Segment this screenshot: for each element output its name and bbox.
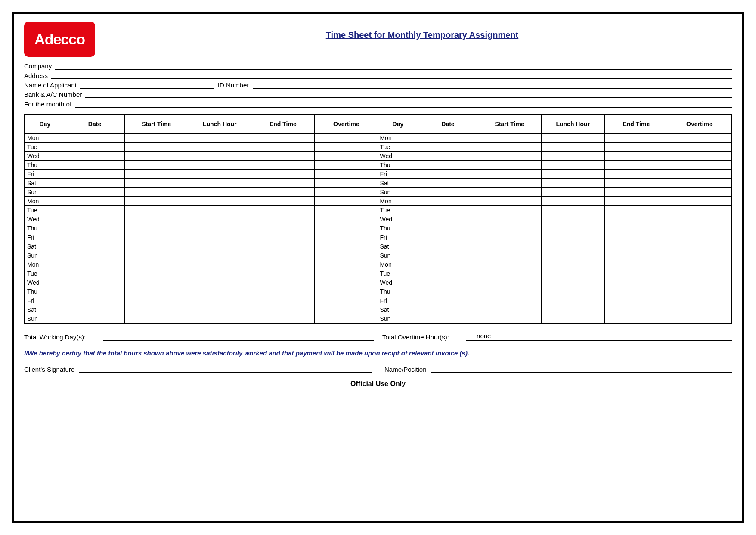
time-cell[interactable] <box>604 143 668 152</box>
time-cell[interactable] <box>668 215 731 224</box>
time-cell[interactable] <box>315 143 378 152</box>
time-cell[interactable] <box>604 251 668 260</box>
time-cell[interactable] <box>65 152 124 161</box>
time-cell[interactable] <box>251 305 315 314</box>
time-cell[interactable] <box>541 188 604 197</box>
time-cell[interactable] <box>478 161 541 170</box>
time-cell[interactable] <box>418 296 478 305</box>
time-cell[interactable] <box>315 224 378 233</box>
time-cell[interactable] <box>478 260 541 269</box>
time-cell[interactable] <box>315 215 378 224</box>
total-working-days-input[interactable] <box>103 332 374 341</box>
time-cell[interactable] <box>315 251 378 260</box>
time-cell[interactable] <box>478 242 541 251</box>
time-cell[interactable] <box>251 224 315 233</box>
time-cell[interactable] <box>668 161 731 170</box>
time-cell[interactable] <box>315 188 378 197</box>
time-cell[interactable] <box>604 161 668 170</box>
time-cell[interactable] <box>604 278 668 287</box>
time-cell[interactable] <box>65 161 124 170</box>
address-input[interactable] <box>51 70 732 79</box>
time-cell[interactable] <box>315 296 378 305</box>
time-cell[interactable] <box>188 170 251 179</box>
time-cell[interactable] <box>541 161 604 170</box>
time-cell[interactable] <box>65 260 124 269</box>
time-cell[interactable] <box>188 197 251 206</box>
time-cell[interactable] <box>668 296 731 305</box>
time-cell[interactable] <box>604 170 668 179</box>
time-cell[interactable] <box>541 260 604 269</box>
time-cell[interactable] <box>478 278 541 287</box>
time-cell[interactable] <box>478 296 541 305</box>
time-cell[interactable] <box>541 152 604 161</box>
time-cell[interactable] <box>125 197 188 206</box>
time-cell[interactable] <box>65 314 124 324</box>
time-cell[interactable] <box>418 215 478 224</box>
time-cell[interactable] <box>188 296 251 305</box>
bank-input[interactable] <box>85 89 732 98</box>
time-cell[interactable] <box>541 197 604 206</box>
time-cell[interactable] <box>418 161 478 170</box>
time-cell[interactable] <box>541 242 604 251</box>
time-cell[interactable] <box>65 251 124 260</box>
time-cell[interactable] <box>668 278 731 287</box>
time-cell[interactable] <box>251 143 315 152</box>
applicant-input[interactable] <box>80 79 214 89</box>
time-cell[interactable] <box>604 260 668 269</box>
time-cell[interactable] <box>251 251 315 260</box>
time-cell[interactable] <box>604 314 668 324</box>
time-cell[interactable] <box>188 206 251 215</box>
time-cell[interactable] <box>65 170 124 179</box>
time-cell[interactable] <box>418 197 478 206</box>
time-cell[interactable] <box>668 179 731 188</box>
time-cell[interactable] <box>65 197 124 206</box>
time-cell[interactable] <box>478 188 541 197</box>
time-cell[interactable] <box>668 134 731 143</box>
time-cell[interactable] <box>251 161 315 170</box>
time-cell[interactable] <box>125 224 188 233</box>
time-cell[interactable] <box>315 134 378 143</box>
time-cell[interactable] <box>668 143 731 152</box>
time-cell[interactable] <box>604 224 668 233</box>
time-cell[interactable] <box>418 269 478 278</box>
time-cell[interactable] <box>125 152 188 161</box>
time-cell[interactable] <box>188 251 251 260</box>
time-cell[interactable] <box>125 233 188 242</box>
time-cell[interactable] <box>65 305 124 314</box>
time-cell[interactable] <box>541 206 604 215</box>
time-cell[interactable] <box>541 224 604 233</box>
time-cell[interactable] <box>251 170 315 179</box>
time-cell[interactable] <box>418 287 478 296</box>
time-cell[interactable] <box>125 251 188 260</box>
time-cell[interactable] <box>315 269 378 278</box>
time-cell[interactable] <box>604 233 668 242</box>
time-cell[interactable] <box>668 287 731 296</box>
time-cell[interactable] <box>604 134 668 143</box>
time-cell[interactable] <box>418 224 478 233</box>
time-cell[interactable] <box>125 206 188 215</box>
time-cell[interactable] <box>541 134 604 143</box>
time-cell[interactable] <box>541 143 604 152</box>
time-cell[interactable] <box>65 215 124 224</box>
time-cell[interactable] <box>541 278 604 287</box>
time-cell[interactable] <box>188 161 251 170</box>
time-cell[interactable] <box>125 296 188 305</box>
time-cell[interactable] <box>541 170 604 179</box>
time-cell[interactable] <box>478 251 541 260</box>
time-cell[interactable] <box>478 152 541 161</box>
time-cell[interactable] <box>418 143 478 152</box>
time-cell[interactable] <box>315 278 378 287</box>
name-position-input[interactable] <box>431 364 732 373</box>
time-cell[interactable] <box>65 134 124 143</box>
time-cell[interactable] <box>541 269 604 278</box>
time-cell[interactable] <box>668 314 731 324</box>
time-cell[interactable] <box>604 242 668 251</box>
time-cell[interactable] <box>668 242 731 251</box>
time-cell[interactable] <box>478 179 541 188</box>
time-cell[interactable] <box>65 179 124 188</box>
time-cell[interactable] <box>315 152 378 161</box>
time-cell[interactable] <box>251 197 315 206</box>
time-cell[interactable] <box>315 242 378 251</box>
month-input[interactable] <box>75 98 732 108</box>
time-cell[interactable] <box>315 305 378 314</box>
